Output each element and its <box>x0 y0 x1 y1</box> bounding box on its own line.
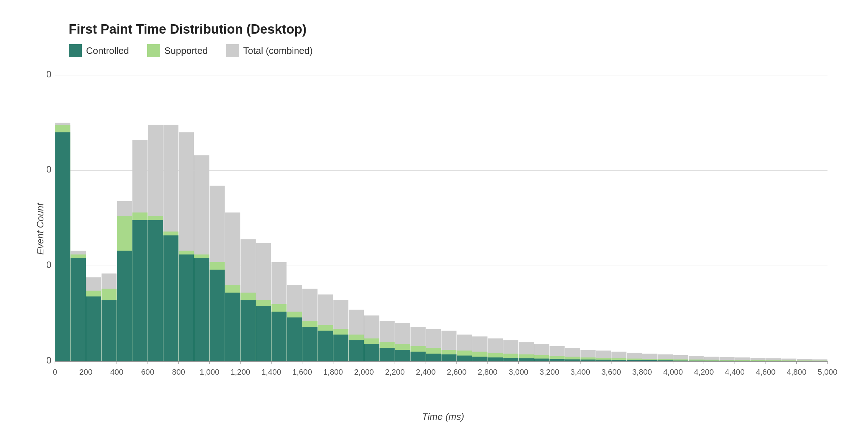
svg-text:2,600: 2,600 <box>447 367 467 376</box>
svg-rect-55 <box>272 312 287 361</box>
svg-text:4,000: 4,000 <box>663 367 683 376</box>
svg-text:3,600: 3,600 <box>601 367 621 376</box>
svg-text:75,000: 75,000 <box>47 69 51 79</box>
svg-text:1,200: 1,200 <box>230 367 250 376</box>
chart-legend: Controlled Supported Total (combined) <box>69 44 839 57</box>
svg-text:25,000: 25,000 <box>47 260 51 270</box>
svg-rect-94 <box>472 357 488 361</box>
svg-rect-2 <box>226 44 239 57</box>
svg-rect-46 <box>225 293 240 361</box>
svg-rect-22 <box>102 300 117 361</box>
svg-rect-112 <box>565 359 580 361</box>
svg-rect-16 <box>71 258 86 361</box>
svg-text:2,800: 2,800 <box>478 367 497 376</box>
chart-container: First Paint Time Distribution (Desktop) … <box>0 0 868 434</box>
svg-rect-79 <box>395 350 410 361</box>
svg-rect-34 <box>163 235 179 361</box>
svg-rect-67 <box>333 335 349 361</box>
chart-area: Event Count Time (ms) 025,00050,00075,00… <box>47 68 839 390</box>
svg-rect-85 <box>426 354 441 361</box>
svg-text:3,200: 3,200 <box>540 367 559 376</box>
x-axis-label: Time (ms) <box>422 411 464 422</box>
legend-label-controlled: Controlled <box>86 45 129 56</box>
svg-rect-61 <box>302 327 318 361</box>
svg-rect-91 <box>457 356 472 361</box>
main-chart-svg: 025,00050,00075,00002004006008001,0001,2… <box>47 68 839 390</box>
svg-rect-109 <box>550 359 565 361</box>
svg-text:200: 200 <box>79 367 92 376</box>
svg-rect-88 <box>442 354 457 361</box>
svg-rect-106 <box>534 359 549 361</box>
legend-item-controlled: Controlled <box>69 44 129 57</box>
svg-rect-100 <box>503 358 518 361</box>
svg-rect-49 <box>241 300 256 361</box>
svg-rect-64 <box>318 331 333 361</box>
svg-rect-43 <box>210 270 225 361</box>
controlled-swatch <box>69 44 82 57</box>
svg-text:2,400: 2,400 <box>416 367 435 376</box>
svg-text:800: 800 <box>172 367 185 376</box>
svg-rect-82 <box>410 352 426 361</box>
total-swatch <box>226 44 239 57</box>
svg-text:4,600: 4,600 <box>756 367 775 376</box>
svg-text:50,000: 50,000 <box>47 164 51 174</box>
svg-text:3,800: 3,800 <box>632 367 652 376</box>
legend-item-total: Total (combined) <box>226 44 313 57</box>
legend-label-supported: Supported <box>165 45 208 56</box>
svg-text:1,000: 1,000 <box>200 367 219 376</box>
svg-text:0: 0 <box>53 367 57 376</box>
svg-rect-103 <box>519 358 534 361</box>
svg-rect-13 <box>55 132 71 361</box>
legend-label-total: Total (combined) <box>243 45 313 56</box>
svg-text:2,000: 2,000 <box>354 367 374 376</box>
svg-rect-76 <box>380 348 395 361</box>
svg-text:1,600: 1,600 <box>292 367 312 376</box>
svg-rect-1 <box>147 44 160 57</box>
svg-text:600: 600 <box>141 367 154 376</box>
chart-title: First Paint Time Distribution (Desktop) <box>69 22 839 37</box>
legend-item-supported: Supported <box>147 44 208 57</box>
svg-text:2,200: 2,200 <box>385 367 405 376</box>
svg-rect-25 <box>117 251 132 361</box>
svg-rect-37 <box>179 255 194 361</box>
svg-text:1,400: 1,400 <box>261 367 281 376</box>
svg-rect-70 <box>349 340 364 361</box>
svg-rect-19 <box>86 297 101 361</box>
svg-text:3,400: 3,400 <box>570 367 590 376</box>
svg-text:5,000: 5,000 <box>818 367 837 376</box>
y-axis-label: Event Count <box>35 203 46 255</box>
svg-rect-73 <box>364 344 379 361</box>
svg-text:0: 0 <box>47 355 51 365</box>
supported-swatch <box>147 44 160 57</box>
svg-rect-52 <box>256 306 271 361</box>
svg-text:4,800: 4,800 <box>787 367 806 376</box>
svg-rect-58 <box>287 318 302 361</box>
svg-text:4,200: 4,200 <box>694 367 714 376</box>
svg-text:3,000: 3,000 <box>509 367 528 376</box>
svg-rect-28 <box>132 220 148 361</box>
svg-rect-97 <box>488 357 503 361</box>
svg-text:400: 400 <box>110 367 123 376</box>
svg-rect-40 <box>194 258 209 361</box>
svg-rect-0 <box>69 44 82 57</box>
svg-text:4,400: 4,400 <box>725 367 745 376</box>
svg-rect-31 <box>148 220 163 361</box>
svg-text:1,800: 1,800 <box>323 367 343 376</box>
